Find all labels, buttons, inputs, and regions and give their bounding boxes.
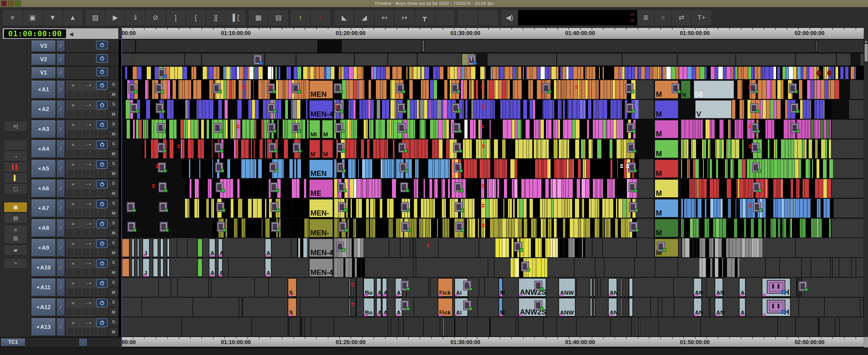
track-monitor-button[interactable] — [96, 121, 108, 129]
timeline-clips-canvas[interactable] — [121, 39, 864, 337]
film-button[interactable]: ▤ — [269, 10, 288, 26]
track-monitor-button[interactable] — [96, 259, 108, 268]
source-record-toggle-button[interactable]: ▣ — [23, 10, 42, 26]
solo-button[interactable]: S — [110, 180, 118, 187]
track-monitor-button[interactable] — [96, 54, 108, 63]
collapse-arrow-icon[interactable]: ◀ — [69, 31, 73, 37]
track-monitor-button[interactable] — [96, 319, 108, 327]
pan-automation-button[interactable]: ·–·▾ — [80, 180, 96, 188]
track-patch-cell[interactable]: ∕ — [57, 140, 65, 158]
slip-slide-button[interactable]: ▢ — [4, 184, 27, 194]
track-patch-cell[interactable]: ∕ — [57, 298, 65, 316]
timeline-ruler-bottom[interactable]: 00:0001:10:00:0001:20:00:0001:30:00:0001… — [121, 337, 864, 347]
solo-button[interactable]: S — [110, 140, 118, 147]
audio-mixer-button[interactable]: ≡ — [2, 10, 23, 26]
effect-mode-button[interactable]: ▣ — [4, 202, 27, 212]
track-patch-cell[interactable]: ∕ — [57, 120, 65, 138]
tc1-track-button[interactable]: TC1 — [1, 338, 25, 346]
waveform-button[interactable]: ≋ — [66, 319, 80, 327]
track-patch-cell[interactable]: ∕ — [57, 259, 65, 276]
track-monitor-button[interactable] — [96, 101, 108, 109]
grid-button[interactable]: ▦ — [248, 10, 269, 26]
track-patch-cell[interactable]: ∕ — [57, 54, 65, 65]
track-monitor-button[interactable] — [96, 200, 108, 208]
keyframe-button[interactable]: ▥ — [4, 233, 27, 243]
pan-automation-button[interactable]: ·–·▾ — [80, 101, 96, 109]
waveform-button[interactable]: ≋ — [66, 259, 80, 268]
fade-out-button[interactable]: ◢ — [354, 10, 374, 26]
track-button-A2[interactable]: ◀A2 — [31, 100, 56, 118]
track-monitor-button[interactable] — [96, 239, 108, 248]
trim-left-button[interactable]: ↤ — [374, 10, 395, 26]
track-button-A1[interactable]: ◀A1 — [31, 80, 56, 98]
master-timecode-display[interactable]: 01:00:00:00 — [4, 29, 66, 38]
pan-automation-button[interactable]: ·–·▾ — [80, 200, 96, 208]
track-button-A9[interactable]: ◀A9 — [31, 239, 56, 257]
step-forward-button[interactable]: ▲ — [63, 10, 83, 26]
waveform-button[interactable]: ≋ — [66, 180, 80, 188]
solo-button[interactable]: S — [110, 81, 118, 88]
audio-meter[interactable] — [518, 10, 637, 26]
clear-marks-button[interactable]: ▌[ — [226, 10, 246, 26]
mute-button[interactable]: M — [110, 130, 118, 137]
pan-automation-button[interactable]: ·–·▾ — [80, 140, 96, 149]
track-button-A7[interactable]: ◀A7 — [31, 199, 56, 217]
waveform-button[interactable]: ≋ — [66, 279, 80, 288]
solo-button[interactable]: S — [110, 259, 118, 266]
track-patch-cell[interactable]: ∕ — [57, 159, 65, 177]
extract-splice-button[interactable]: ↑ — [310, 10, 331, 26]
track-button-A11[interactable]: ◀A11 — [31, 278, 56, 296]
mute-button[interactable]: M — [110, 190, 118, 197]
track-button-V1[interactable]: V1 — [31, 67, 56, 79]
mute-button[interactable]: M — [110, 289, 118, 296]
track-monitor-button[interactable] — [96, 160, 108, 169]
track-button-A6[interactable]: ◀A6 — [31, 179, 56, 197]
track-patch-cell[interactable]: ∕ — [57, 199, 65, 217]
solo-button[interactable]: S — [110, 239, 118, 246]
pan-automation-button[interactable]: ·–·▾ — [80, 259, 96, 268]
track-monitor-button[interactable] — [96, 41, 108, 49]
track-button-V3[interactable]: V3 — [31, 40, 56, 52]
waveform-button[interactable]: ≋ — [66, 101, 80, 109]
track-monitor-button[interactable] — [96, 219, 108, 228]
lift-overwrite-segment-button[interactable]: → — [4, 151, 27, 161]
blank-button[interactable] — [478, 10, 498, 26]
waveform-button[interactable]: ≋ — [66, 121, 80, 129]
track-button-A12[interactable]: ◀A12 — [31, 298, 56, 316]
solo-button[interactable]: S — [110, 121, 118, 127]
mark-clip-button[interactable]: ][ — [206, 10, 226, 26]
waveform-button[interactable]: ≋ — [66, 219, 80, 228]
blank-button[interactable] — [435, 10, 455, 26]
track-monitor-button[interactable] — [96, 67, 108, 76]
timeline-view-menu-button[interactable]: ≣ — [637, 10, 654, 26]
track-patch-cell[interactable]: ∕ — [57, 80, 65, 98]
fade-in-button[interactable]: ◣ — [334, 10, 354, 26]
mute-button[interactable]: M — [110, 269, 118, 276]
pan-automation-button[interactable]: ·–·▾ — [80, 279, 96, 288]
blank-button[interactable] — [458, 10, 478, 26]
pan-automation-button[interactable]: ·–·▾ — [80, 81, 96, 90]
pan-automation-button[interactable]: ·–·▾ — [80, 239, 96, 248]
waveform-button[interactable]: ≋ — [66, 299, 80, 307]
text-tool-button[interactable]: T+ — [691, 10, 712, 26]
timeline-ruler-top[interactable]: 00:0001:10:00:0001:20:00:0001:30:00:0001… — [121, 28, 864, 39]
solo-button[interactable]: S — [110, 319, 118, 325]
splice-overwrite-button[interactable]: ⇓ — [125, 10, 146, 26]
vertical-scrollbar[interactable] — [864, 39, 868, 337]
mute-button[interactable]: M — [110, 230, 118, 236]
mute-button[interactable]: M — [110, 309, 118, 316]
trim-right-button[interactable]: ↦ — [395, 10, 414, 26]
play-in-out-button[interactable]: ▶ — [105, 10, 125, 26]
source-monitor-button[interactable]: ▤ — [4, 213, 27, 223]
waveform-button[interactable]: ≋ — [66, 140, 80, 149]
motion-effect-button[interactable]: ▰ — [4, 245, 27, 255]
waveform-button[interactable]: ≋ — [66, 160, 80, 169]
lift-overwrite-button[interactable]: ↑ — [290, 10, 310, 26]
solo-button[interactable]: S — [110, 299, 118, 305]
interpolation-button[interactable]: ≈ — [4, 258, 27, 268]
track-patch-cell[interactable]: ∕ — [57, 67, 65, 79]
solo-button[interactable]: S — [110, 101, 118, 108]
mute-button[interactable]: M — [110, 210, 118, 216]
track-button-A8[interactable]: ◀A8 — [31, 219, 56, 237]
track-patch-cell[interactable]: ∕ — [57, 239, 65, 257]
